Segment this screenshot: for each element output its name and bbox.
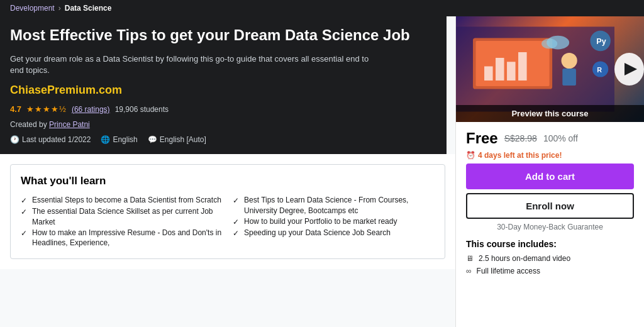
course-title: Most Effective Tips to get your Dream Da… xyxy=(10,26,434,45)
includes-item-video: 🖥 2.5 hours on-demand video xyxy=(466,254,634,263)
learn-item-text: Essential Steps to become a Data Scienti… xyxy=(32,195,221,206)
content-area: What you'll learn ✓ Essential Steps to b… xyxy=(0,154,455,269)
author-row: Created by Prince Patni xyxy=(10,120,434,129)
includes-section: This course includes: 🖥 2.5 hours on-dem… xyxy=(456,239,644,287)
breadcrumb-data-science: Data Science xyxy=(65,4,112,13)
rating-row: 4.7 ★★★★½ (66 ratings) 19,906 students xyxy=(10,104,434,114)
play-button[interactable] xyxy=(614,53,644,86)
clock-icon: 🕐 xyxy=(10,135,19,144)
timer-text: 4 days left at this price! xyxy=(478,151,562,160)
learn-item-text: How to make an Impressive Resume - Dos a… xyxy=(32,228,223,249)
svg-rect-8 xyxy=(562,69,576,86)
learn-item-text: Best Tips to Learn Data Science - From C… xyxy=(244,195,435,216)
stars: ★★★★½ xyxy=(26,104,67,114)
price-discount: 100% off xyxy=(543,133,578,143)
breadcrumb-separator: › xyxy=(58,4,61,13)
left-section: Most Effective Tips to get your Dream Da… xyxy=(0,16,455,327)
preview-label[interactable]: Preview this course xyxy=(456,105,644,122)
ratings-link[interactable]: (66 ratings) xyxy=(72,105,110,114)
rating-number: 4.7 xyxy=(10,104,21,114)
svg-rect-5 xyxy=(507,62,516,80)
check-icon: ✓ xyxy=(21,228,27,239)
svg-text:R: R xyxy=(597,66,602,74)
check-icon: ✓ xyxy=(233,228,239,239)
author-prefix: Created by xyxy=(10,120,47,129)
svg-rect-6 xyxy=(518,52,527,80)
cc-icon: 💬 xyxy=(148,135,157,144)
guarantee-text: 30-Day Money-Back Guarantee xyxy=(466,223,634,231)
check-icon: ✓ xyxy=(21,207,27,218)
learn-items-left: ✓ Essential Steps to become a Data Scien… xyxy=(21,195,223,248)
includes-video-text: 2.5 hours on-demand video xyxy=(479,254,570,263)
author-link[interactable]: Prince Patni xyxy=(49,120,90,129)
video-icon: 🖥 xyxy=(466,254,474,263)
preview-illustration: Py R xyxy=(456,22,614,116)
price-original: S$28.98 xyxy=(504,133,537,143)
add-to-cart-button[interactable]: Add to cart xyxy=(466,164,634,189)
course-header: Most Effective Tips to get your Dream Da… xyxy=(0,16,447,154)
includes-item-lifetime: ∞ Full lifetime access xyxy=(466,267,634,275)
pricing-area: Free S$28.98 100% off ⏰ 4 days left at t… xyxy=(456,122,644,239)
check-icon: ✓ xyxy=(233,196,239,206)
captions-text: English [Auto] xyxy=(160,135,206,144)
learn-item: ✓ Best Tips to Learn Data Science - From… xyxy=(233,195,435,216)
enroll-now-button[interactable]: Enroll now xyxy=(466,193,634,219)
learn-item: ✓ The essential Data Science Skillset as… xyxy=(21,206,223,228)
includes-title: This course includes: xyxy=(466,239,634,249)
learn-item: ✓ Speeding up your Data Science Job Sear… xyxy=(233,228,435,239)
learn-grid: ✓ Essential Steps to become a Data Scien… xyxy=(21,195,435,248)
learn-item-text: Speeding up your Data Science Job Search xyxy=(244,228,391,238)
price-row: Free S$28.98 100% off xyxy=(466,130,634,147)
includes-lifetime-text: Full lifetime access xyxy=(477,267,540,275)
preview-box[interactable]: Py R Preview this course xyxy=(456,16,644,122)
svg-point-7 xyxy=(562,53,577,69)
last-updated-text: Last updated 1/2022 xyxy=(22,135,91,144)
svg-text:Py: Py xyxy=(596,37,606,46)
meta-row: 🕐 Last updated 1/2022 🌐 English 💬 Englis… xyxy=(10,135,434,144)
play-triangle-icon xyxy=(625,63,637,75)
watermark: ChiasePremium.com xyxy=(10,84,434,97)
right-panel: Py R Preview this course Free S$28.98 xyxy=(455,16,644,327)
language-text: English xyxy=(113,135,137,144)
price-free: Free xyxy=(466,130,498,147)
top-bar: Development › Data Science xyxy=(0,0,644,16)
globe-icon: 🌐 xyxy=(101,135,110,144)
last-updated: 🕐 Last updated 1/2022 xyxy=(10,135,91,144)
check-icon: ✓ xyxy=(21,196,27,206)
timer-icon: ⏰ xyxy=(466,151,475,160)
breadcrumb-development[interactable]: Development xyxy=(10,4,55,13)
learn-item-text: How to build your Portfolio to be market… xyxy=(244,216,397,227)
svg-point-14 xyxy=(541,38,557,48)
check-icon: ✓ xyxy=(233,217,239,228)
svg-rect-3 xyxy=(484,66,493,80)
infinity-icon: ∞ xyxy=(466,267,472,275)
learn-item: ✓ Essential Steps to become a Data Scien… xyxy=(21,195,223,206)
timer-row: ⏰ 4 days left at this price! xyxy=(466,151,634,160)
learn-item: ✓ How to make an Impressive Resume - Dos… xyxy=(21,228,223,249)
learn-title: What you'll learn xyxy=(21,175,435,187)
students-count: 19,906 students xyxy=(115,105,169,114)
learn-items-right: ✓ Best Tips to Learn Data Science - From… xyxy=(233,195,435,248)
course-subtitle: Get your dream role as a Data Scientist … xyxy=(10,53,375,76)
svg-rect-4 xyxy=(496,58,504,80)
language-item: 🌐 English xyxy=(101,135,137,144)
learn-item-text: The essential Data Science Skillset as p… xyxy=(32,206,223,228)
learn-item: ✓ How to build your Portfolio to be mark… xyxy=(233,216,435,228)
learn-box: What you'll learn ✓ Essential Steps to b… xyxy=(10,164,445,259)
captions-item: 💬 English [Auto] xyxy=(148,135,206,144)
